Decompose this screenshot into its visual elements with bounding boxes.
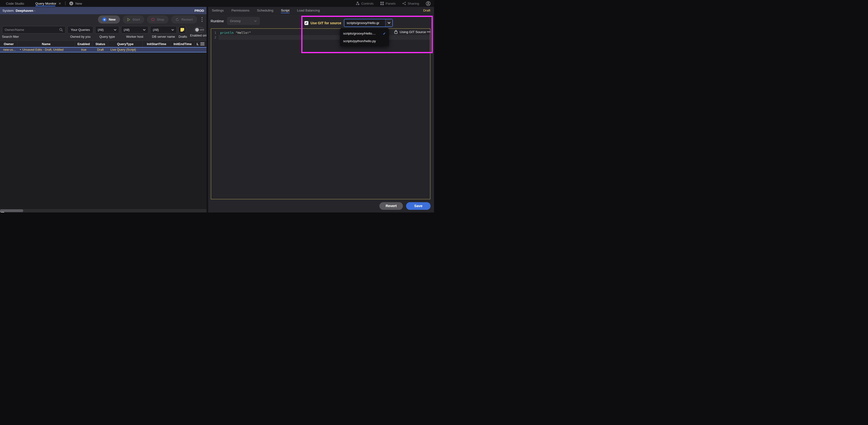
git-path-select[interactable]: scripts/groovy/Hello.gr: [344, 19, 393, 27]
tab-permissions[interactable]: Permissions: [231, 7, 250, 14]
editor-scrollbar-dash[interactable]: [427, 31, 431, 32]
plus-circle-icon: +: [69, 1, 73, 5]
table-menu-icon[interactable]: [200, 42, 205, 45]
query-type-value: (All): [98, 28, 103, 32]
query-type-label: Query type: [95, 35, 119, 38]
line-number: 1: [211, 31, 218, 34]
table-row[interactable]: new-us… • Unsaved Edits - Draft, Untitle…: [0, 47, 207, 53]
db-server-select[interactable]: (All): [150, 26, 177, 34]
menu-item-python[interactable]: scripts/python/hello.py: [340, 37, 389, 45]
column-header-enabled[interactable]: Enabled: [75, 41, 93, 47]
new-tab-button[interactable]: + New: [69, 1, 82, 5]
drafts-button[interactable]: [179, 26, 186, 34]
new-tab-label: New: [75, 2, 82, 5]
column-header-querytype[interactable]: QueryType: [108, 41, 143, 47]
column-header-initstarttime[interactable]: InitStartTime: [143, 41, 171, 47]
code-line-2: 2: [211, 35, 430, 40]
check-icon: ✓: [383, 32, 386, 35]
settings-tab-bar: Settings Permissions Scheduling Script L…: [208, 7, 434, 14]
your-queries-button[interactable]: Your Queries: [67, 26, 93, 34]
row-owner-cell: new-us…: [0, 48, 18, 52]
code-keyword: println: [220, 31, 234, 34]
overflow-menu-icon[interactable]: [200, 16, 204, 24]
db-server-group: (All) DB server name: [150, 26, 177, 40]
restart-query-button[interactable]: Restart: [171, 16, 197, 24]
tab-scheduling[interactable]: Scheduling: [257, 7, 273, 14]
save-button[interactable]: Save: [406, 202, 431, 210]
menu-item-python-label: scripts/python/hello.py: [343, 39, 376, 43]
controls-button[interactable]: Controls: [356, 2, 373, 5]
stop-query-label: Stop: [157, 18, 164, 21]
runtime-select[interactable]: Groovy: [227, 17, 260, 25]
code-string: "Hello!": [236, 31, 251, 34]
draft-status-badge: Draft: [423, 8, 430, 12]
sharing-button[interactable]: Sharing: [402, 2, 419, 5]
row-name-text: Unsaved Edits - Draft, Untitled: [22, 48, 63, 52]
your-queries-group: Your Queries Owned by you: [67, 26, 93, 40]
filter-bar: Owner/Name Search filter Your Queries Ow…: [0, 25, 207, 40]
stop-icon: [151, 18, 155, 21]
menu-item-groovy-label: scripts/groovy/Hello....: [343, 32, 376, 35]
scrollbar-thumb[interactable]: [0, 209, 23, 212]
column-header-name[interactable]: Name: [18, 41, 75, 47]
column-header-last[interactable]: L: [195, 41, 207, 47]
new-query-button[interactable]: + New: [98, 16, 120, 24]
chevron-down-icon: [143, 29, 146, 31]
use-git-checkbox[interactable]: ✔: [304, 21, 308, 25]
worker-host-group: (All) Worker host: [121, 26, 148, 40]
runtime-value: Groovy: [230, 19, 241, 23]
tab-code-studio-label: Code Studio: [6, 2, 24, 5]
tab-code-studio[interactable]: Code Studio: [6, 0, 24, 7]
search-input[interactable]: Owner/Name: [2, 26, 66, 34]
tab-settings[interactable]: Settings: [212, 7, 224, 14]
top-tab-bar: Code Studio Query Monitor ✕ + New Contro…: [0, 0, 434, 7]
stop-query-button[interactable]: Stop: [147, 16, 168, 24]
tab-load-balancing[interactable]: Load Balancing: [297, 7, 320, 14]
chevron-down-icon: [114, 29, 117, 31]
chevron-down-icon: [388, 22, 391, 24]
chevron-down-icon: [254, 20, 257, 22]
query-type-select[interactable]: (All): [95, 26, 119, 34]
sharing-label: Sharing: [407, 2, 419, 5]
tab-script[interactable]: Script: [281, 7, 289, 14]
owned-by-you-label: Owned by you: [67, 35, 93, 38]
app-window: Code Studio Query Monitor ✕ + New Contro…: [0, 0, 434, 213]
panels-button[interactable]: Panels: [380, 2, 396, 5]
panels-label: Panels: [385, 2, 396, 5]
git-controls: ✔ Use GIT for source scripts/groovy/Hell…: [304, 19, 393, 27]
db-server-value: (All): [153, 28, 159, 32]
script-editor[interactable]: 1 println "Hello!" 2: [211, 28, 430, 199]
revert-button[interactable]: Revert: [379, 202, 403, 210]
start-query-button[interactable]: Start: [123, 16, 145, 24]
column-header-owner[interactable]: Owner: [0, 41, 18, 47]
row-initstarttime-cell: [143, 48, 171, 52]
tab-divider: [65, 1, 65, 5]
unsaved-dot-icon: •: [20, 48, 21, 52]
column-header-status[interactable]: Status: [93, 41, 108, 47]
env-badge: PROD: [194, 9, 204, 12]
restart-query-label: Restart: [181, 18, 193, 21]
settings-footer: Revert Save: [208, 199, 434, 213]
plus-icon: +: [102, 18, 106, 22]
search-filter-group: Owner/Name Search filter: [2, 26, 66, 40]
tab-query-monitor[interactable]: Query Monitor ✕: [35, 0, 61, 7]
play-icon: [127, 18, 130, 21]
git-path-chevron-button[interactable]: [385, 19, 392, 26]
user-avatar-icon[interactable]: [426, 1, 431, 6]
shapes-icon: [356, 2, 360, 5]
close-icon[interactable]: ✕: [59, 2, 61, 5]
lock-icon: [394, 30, 398, 34]
use-git-label: Use GIT for source: [311, 21, 341, 25]
panel-divider[interactable]: [207, 7, 208, 213]
row-name-cell: • Unsaved Edits - Draft, Untitled: [18, 48, 75, 52]
enabled-only-toggle[interactable]: OFF: [194, 27, 204, 32]
horizontal-scrollbar[interactable]: [0, 209, 207, 213]
git-source-status-text: Using GIT Source: [400, 30, 426, 34]
restart-icon: [176, 18, 179, 21]
worker-host-select[interactable]: (All): [121, 26, 148, 34]
search-placeholder: Owner/Name: [5, 28, 24, 32]
system-suffix: -: [34, 9, 35, 12]
table-body-empty: [0, 53, 207, 209]
column-header-initendtime[interactable]: InitEndTime: [171, 41, 195, 47]
menu-item-groovy[interactable]: scripts/groovy/Hello.... ✓: [340, 30, 389, 37]
